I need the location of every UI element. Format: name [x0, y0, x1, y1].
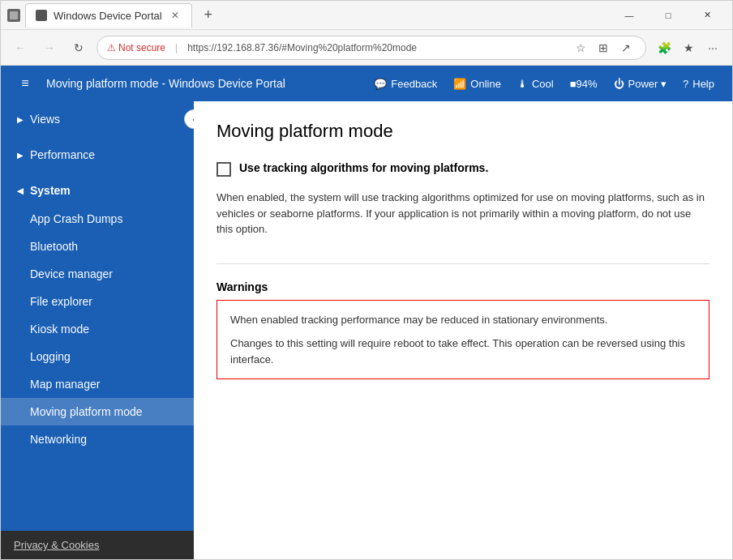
warning-text-2: Changes to this setting will require reb…: [230, 336, 696, 367]
kiosk-mode-label: Kiosk mode: [30, 323, 89, 336]
favorites-button[interactable]: ★: [677, 36, 700, 59]
online-label: Online: [470, 78, 501, 90]
sidebar-item-map-manager[interactable]: Map manager: [1, 370, 194, 398]
power-button[interactable]: ⏻ Power ▾: [606, 73, 675, 95]
warnings-section: Warnings When enabled tracking performan…: [216, 280, 709, 380]
performance-label: Performance: [30, 148, 95, 161]
content-area: Moving platform mode Use tracking algori…: [194, 101, 732, 559]
feedback-icon: 💬: [374, 78, 387, 90]
networking-label: Networking: [30, 433, 87, 446]
app-crash-dumps-label: App Crash Dumps: [30, 212, 122, 225]
forward-button[interactable]: →: [38, 36, 61, 59]
nav-section-performance: Performance: [1, 137, 194, 173]
refresh-button[interactable]: ↻: [67, 36, 90, 59]
back-button[interactable]: ←: [9, 36, 32, 59]
device-manager-label: Device manager: [30, 267, 113, 280]
sidebar-item-logging[interactable]: Logging: [1, 343, 194, 370]
privacy-cookies-link[interactable]: Privacy & Cookies: [14, 539, 99, 551]
file-explorer-label: File explorer: [30, 295, 92, 308]
browser-actions: 🧩 ★ ···: [653, 36, 724, 59]
more-button[interactable]: ···: [701, 36, 724, 59]
warning-icon: ⚠: [107, 42, 116, 53]
sidebar: ‹ Views Performance System: [1, 101, 194, 559]
sidebar-item-file-explorer[interactable]: File explorer: [1, 288, 194, 315]
title-bar: Windows Device Portal ✕ + — □ ✕: [1, 1, 732, 30]
help-label: Help: [692, 78, 714, 90]
window-icon: [7, 9, 20, 22]
sidebar-item-moving-platform-mode[interactable]: Moving platform mode: [1, 398, 194, 425]
warning-box: When enabled tracking performance may be…: [216, 300, 709, 380]
url-actions: ☆ ⊞ ↗: [571, 38, 636, 58]
tab-favicon: [36, 10, 47, 21]
tracking-checkbox[interactable]: [216, 162, 231, 177]
views-label: Views: [30, 113, 60, 126]
feedback-button[interactable]: 💬 Feedback: [366, 73, 445, 95]
map-manager-label: Map manager: [30, 378, 100, 391]
not-secure-indicator: ⚠ Not secure: [107, 42, 165, 53]
favorites-icon[interactable]: ☆: [571, 38, 590, 58]
sidebar-item-networking[interactable]: Networking: [1, 425, 194, 453]
extensions-button[interactable]: 🧩: [653, 36, 675, 59]
online-status: 📶 Online: [445, 73, 509, 95]
feedback-label: Feedback: [391, 78, 437, 90]
nav-section-views: Views: [1, 101, 194, 137]
main-area: ‹ Views Performance System: [1, 101, 732, 559]
wifi-icon: 📶: [453, 78, 466, 90]
sidebar-scroll: Views Performance System App Crash Dumps: [1, 101, 194, 531]
browser-window: Windows Device Portal ✕ + — □ ✕ ← → ↻ ⚠ …: [0, 0, 733, 560]
new-tab-button[interactable]: +: [197, 4, 220, 27]
app-title: Moving platform mode - Windows Device Po…: [46, 77, 366, 90]
tracking-checkbox-label: Use tracking algorithms for moving platf…: [239, 161, 488, 174]
help-button[interactable]: ? Help: [675, 73, 722, 95]
battery-label: ■94%: [570, 78, 598, 90]
moving-platform-mode-label: Moving platform mode: [30, 405, 143, 418]
thermometer-icon: 🌡: [517, 78, 528, 90]
power-label: Power ▾: [628, 78, 667, 90]
battery-status: ■94%: [562, 73, 606, 95]
window-controls: — □ ✕: [611, 3, 726, 28]
maximize-button[interactable]: □: [649, 3, 687, 28]
help-icon: ?: [683, 78, 688, 90]
url-separator: |: [175, 42, 178, 53]
header-actions: 💬 Feedback 📶 Online 🌡 Cool ■94% ⏻ Power …: [366, 73, 722, 95]
hamburger-button[interactable]: ≡: [11, 69, 40, 98]
collections-icon[interactable]: ⊞: [594, 38, 613, 58]
browser-tab[interactable]: Windows Device Portal ✕: [25, 3, 192, 28]
url-bar[interactable]: ⚠ Not secure | https://192.168.87.36/#Mo…: [96, 36, 646, 60]
sidebar-item-performance[interactable]: Performance: [1, 140, 194, 169]
nav-section-system: System App Crash Dumps Bluetooth Device …: [1, 173, 194, 456]
svg-rect-0: [10, 11, 18, 19]
tracking-checkbox-row: Use tracking algorithms for moving platf…: [216, 161, 709, 177]
sidebar-item-bluetooth[interactable]: Bluetooth: [1, 233, 194, 260]
sidebar-footer: Privacy & Cookies: [1, 531, 194, 559]
close-button[interactable]: ✕: [688, 3, 726, 28]
share-icon[interactable]: ↗: [616, 38, 636, 58]
page-title: Moving platform mode: [216, 121, 709, 142]
minimize-button[interactable]: —: [611, 3, 648, 28]
sidebar-item-system[interactable]: System: [1, 176, 194, 205]
bluetooth-label: Bluetooth: [30, 240, 78, 253]
logging-label: Logging: [30, 350, 71, 363]
app-header: ≡ Moving platform mode - Windows Device …: [1, 66, 732, 101]
url-text: https://192.168.87.36/#Moving%20platform…: [187, 42, 417, 53]
address-bar: ← → ↻ ⚠ Not secure | https://192.168.87.…: [1, 30, 732, 66]
tab-close-button[interactable]: ✕: [169, 9, 182, 22]
warning-text-1: When enabled tracking performance may be…: [230, 312, 696, 328]
temp-label: Cool: [532, 78, 554, 90]
title-bar-left: Windows Device Portal ✕ +: [7, 3, 220, 28]
warnings-title: Warnings: [216, 280, 709, 293]
temperature-status: 🌡 Cool: [509, 73, 562, 95]
system-label: System: [30, 184, 71, 197]
not-secure-label: Not secure: [118, 42, 165, 53]
sidebar-item-app-crash-dumps[interactable]: App Crash Dumps: [1, 205, 194, 233]
sidebar-item-kiosk-mode[interactable]: Kiosk mode: [1, 315, 194, 343]
tab-title: Windows Device Portal: [54, 10, 162, 22]
content-divider: [216, 263, 709, 264]
power-icon: ⏻: [614, 78, 624, 90]
sidebar-item-views[interactable]: Views: [1, 105, 194, 134]
sidebar-item-device-manager[interactable]: Device manager: [1, 260, 194, 288]
tracking-description: When enabled, the system will use tracki…: [216, 190, 709, 237]
